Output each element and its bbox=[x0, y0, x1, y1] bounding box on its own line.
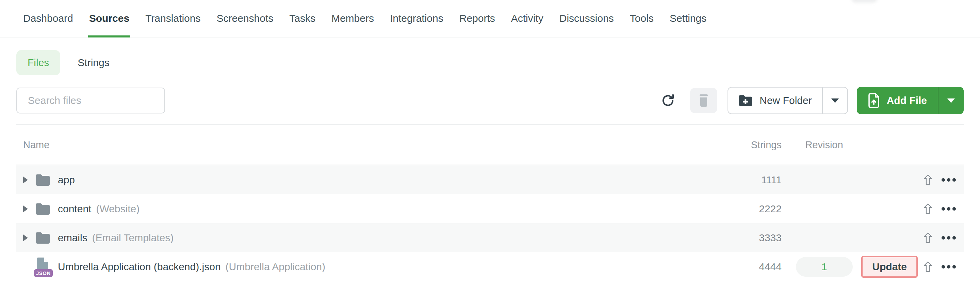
nav-item-members[interactable]: Members bbox=[331, 0, 374, 37]
table-row-folder-app[interactable]: app 1111 bbox=[16, 165, 964, 194]
folder-icon bbox=[35, 173, 50, 186]
new-folder-label: New Folder bbox=[759, 95, 811, 106]
new-folder-button[interactable]: New Folder bbox=[728, 88, 822, 114]
name-cell: content (Website) bbox=[16, 202, 749, 215]
nav-item-sources[interactable]: Sources bbox=[89, 0, 129, 37]
name-cell: emails (Email Templates) bbox=[16, 231, 749, 244]
update-cell: Update bbox=[858, 256, 918, 278]
add-file-button[interactable]: Add File bbox=[857, 87, 938, 114]
refresh-button[interactable] bbox=[661, 93, 675, 108]
file-name[interactable]: content bbox=[58, 203, 91, 215]
nav-item-integrations[interactable]: Integrations bbox=[390, 0, 443, 37]
table-header: Name Strings Revision bbox=[16, 125, 964, 165]
column-header-name: Name bbox=[16, 139, 749, 150]
expand-caret-icon[interactable] bbox=[23, 176, 28, 183]
file-name[interactable]: emails bbox=[58, 232, 88, 244]
sources-page: Files Strings bbox=[0, 50, 980, 281]
nav-item-activity[interactable]: Activity bbox=[511, 0, 543, 37]
search-input[interactable] bbox=[16, 88, 165, 114]
name-cell: JSON Umbrella Application (backend).json… bbox=[16, 257, 749, 277]
row-menu-button[interactable] bbox=[942, 236, 956, 240]
files-table: Name Strings Revision app 1111 bbox=[16, 125, 964, 281]
row-menu-button[interactable] bbox=[942, 178, 956, 182]
upload-button[interactable] bbox=[924, 174, 932, 186]
nav-item-screenshots[interactable]: Screenshots bbox=[216, 0, 273, 37]
table-row-file-umbrella-json[interactable]: JSON Umbrella Application (backend).json… bbox=[16, 252, 964, 281]
nav-item-tasks[interactable]: Tasks bbox=[289, 0, 315, 37]
table-row-folder-content[interactable]: content (Website) 2222 bbox=[16, 194, 964, 223]
update-button[interactable]: Update bbox=[861, 256, 918, 278]
add-file-label: Add File bbox=[887, 95, 927, 106]
strings-count: 3333 bbox=[749, 232, 800, 244]
tab-strings[interactable]: Strings bbox=[66, 50, 121, 75]
upload-button[interactable] bbox=[924, 232, 932, 244]
strings-count: 1111 bbox=[749, 174, 800, 186]
row-menu-button[interactable] bbox=[942, 265, 956, 269]
trash-icon bbox=[698, 94, 710, 107]
tab-files[interactable]: Files bbox=[16, 50, 60, 75]
file-subtitle: (Email Templates) bbox=[92, 232, 174, 244]
new-folder-split-button: New Folder bbox=[727, 87, 848, 114]
folder-plus-icon bbox=[738, 94, 753, 107]
file-name[interactable]: app bbox=[58, 174, 75, 186]
column-header-strings: Strings bbox=[749, 139, 800, 150]
view-tabs: Files Strings bbox=[16, 50, 964, 75]
cutoff-element-top-right bbox=[851, 0, 877, 3]
upload-arrow-icon bbox=[924, 174, 932, 186]
json-file-icon: JSON bbox=[35, 257, 51, 277]
strings-count: 4444 bbox=[749, 261, 800, 273]
file-subtitle: (Umbrella Application) bbox=[226, 261, 325, 273]
row-menu-button[interactable] bbox=[942, 207, 956, 211]
revision-badge[interactable]: 1 bbox=[796, 257, 853, 277]
nav-item-reports[interactable]: Reports bbox=[460, 0, 495, 37]
refresh-icon bbox=[661, 93, 675, 108]
upload-button[interactable] bbox=[924, 203, 932, 215]
file-subtitle: (Website) bbox=[96, 203, 140, 215]
nav-item-tools[interactable]: Tools bbox=[630, 0, 654, 37]
column-header-revision: Revision bbox=[800, 139, 858, 150]
nav-item-translations[interactable]: Translations bbox=[145, 0, 200, 37]
new-folder-dropdown-button[interactable] bbox=[823, 88, 847, 114]
strings-count: 2222 bbox=[749, 203, 800, 215]
delete-button[interactable] bbox=[690, 88, 717, 113]
nav-item-discussions[interactable]: Discussions bbox=[559, 0, 614, 37]
nav-item-settings[interactable]: Settings bbox=[670, 0, 706, 37]
table-row-folder-emails[interactable]: emails (Email Templates) 3333 bbox=[16, 223, 964, 252]
file-upload-icon bbox=[868, 93, 880, 108]
expand-caret-icon[interactable] bbox=[23, 205, 28, 212]
project-nav: Dashboard Sources Translations Screensho… bbox=[0, 0, 980, 37]
chevron-down-icon bbox=[947, 99, 955, 103]
files-toolbar: New Folder Add File bbox=[16, 87, 964, 114]
add-file-dropdown-button[interactable] bbox=[939, 87, 964, 114]
json-badge: JSON bbox=[34, 269, 53, 277]
toolbar-actions: New Folder Add File bbox=[661, 87, 964, 114]
upload-button[interactable] bbox=[924, 261, 932, 273]
chevron-down-icon bbox=[831, 99, 839, 103]
revision-cell: 1 bbox=[800, 257, 858, 277]
expand-caret-icon[interactable] bbox=[23, 234, 28, 241]
upload-arrow-icon bbox=[924, 232, 932, 244]
folder-icon bbox=[35, 231, 50, 244]
name-cell: app bbox=[16, 173, 749, 186]
nav-item-dashboard[interactable]: Dashboard bbox=[23, 0, 73, 37]
upload-arrow-icon bbox=[924, 203, 932, 215]
folder-icon bbox=[35, 202, 50, 215]
upload-arrow-icon bbox=[924, 261, 932, 273]
add-file-split-button: Add File bbox=[857, 87, 964, 114]
file-name[interactable]: Umbrella Application (backend).json bbox=[58, 261, 221, 273]
